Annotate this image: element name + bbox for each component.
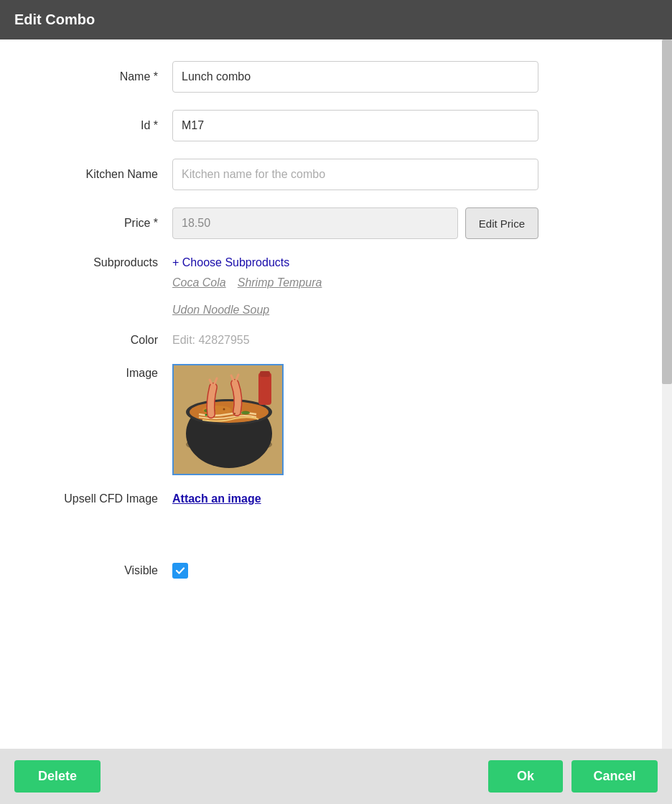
upsell-label: Upsell CFD Image	[29, 492, 172, 505]
visible-label: Visible	[29, 564, 172, 577]
name-input[interactable]	[172, 61, 538, 93]
delete-button[interactable]: Delete	[14, 760, 101, 793]
svg-point-7	[241, 411, 250, 415]
id-input[interactable]	[172, 110, 538, 141]
image-label: Image	[29, 364, 172, 380]
color-row: Color Edit: 42827955	[29, 334, 643, 347]
price-controls: Edit Price	[172, 207, 538, 239]
svg-rect-9	[260, 371, 270, 377]
image-row: Image	[29, 364, 643, 475]
visible-row: Visible	[29, 563, 643, 579]
dialog-header: Edit Combo	[0, 0, 672, 39]
color-label: Color	[29, 334, 172, 347]
subproduct-tag-udon-noodle-soup[interactable]: Udon Noodle Soup	[172, 304, 269, 316]
edit-combo-dialog: Edit Combo Name * Id * Kitchen Name Pric…	[0, 0, 672, 804]
dialog-body: Name * Id * Kitchen Name Price * Edit Pr…	[0, 39, 672, 749]
subproduct-tags-row1: Coca Cola Shrimp Tempura	[172, 276, 643, 289]
footer-right-buttons: Ok Cancel	[488, 760, 658, 793]
visible-checkbox-wrapper[interactable]	[172, 563, 188, 579]
svg-point-10	[223, 408, 225, 411]
image-preview[interactable]	[172, 364, 284, 475]
checkmark-icon	[175, 566, 185, 576]
name-row: Name *	[29, 61, 643, 93]
dialog-title: Edit Combo	[14, 11, 95, 27]
color-edit-link[interactable]: Edit: 42827955	[172, 334, 250, 347]
ok-button[interactable]: Ok	[488, 760, 563, 793]
subproduct-tag-shrimp-tempura[interactable]: Shrimp Tempura	[238, 276, 322, 289]
cancel-button[interactable]: Cancel	[571, 760, 658, 793]
scrollbar[interactable]	[662, 39, 672, 749]
id-row: Id *	[29, 110, 643, 141]
svg-rect-8	[258, 373, 271, 405]
kitchen-name-label: Kitchen Name	[29, 168, 172, 181]
subproducts-row: Subproducts + Choose Subproducts	[29, 256, 643, 269]
attach-image-link[interactable]: Attach an image	[172, 492, 261, 505]
kitchen-name-row: Kitchen Name	[29, 159, 643, 190]
price-row: Price * Edit Price	[29, 207, 643, 239]
visible-checkbox[interactable]	[172, 563, 188, 579]
kitchen-name-input[interactable]	[172, 159, 538, 190]
upsell-row: Upsell CFD Image Attach an image	[29, 492, 643, 505]
choose-subproducts-link[interactable]: + Choose Subproducts	[172, 256, 289, 269]
dialog-footer: Delete Ok Cancel	[0, 749, 672, 804]
price-input[interactable]	[172, 207, 458, 239]
subproduct-tags-row2: Udon Noodle Soup	[172, 304, 643, 317]
name-label: Name *	[29, 70, 172, 83]
subproducts-label: Subproducts	[29, 256, 172, 269]
subproduct-tag-coca-cola[interactable]: Coca Cola	[172, 276, 226, 289]
svg-point-11	[234, 413, 235, 414]
scrollbar-thumb[interactable]	[662, 39, 672, 384]
edit-price-button[interactable]: Edit Price	[465, 207, 538, 239]
id-label: Id *	[29, 119, 172, 132]
price-label: Price *	[29, 217, 172, 230]
svg-point-12	[205, 414, 207, 416]
